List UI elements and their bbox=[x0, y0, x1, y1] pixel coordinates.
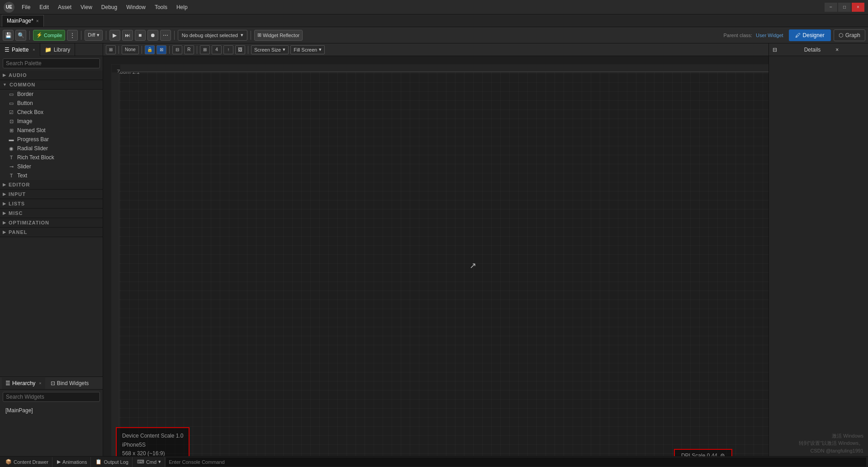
palette-group-lists: ▶ LISTS bbox=[0, 199, 103, 209]
main-area: ☰ Palette × 📁 Library ▶ AUDIO bbox=[0, 43, 868, 467]
console-input[interactable] bbox=[166, 457, 866, 467]
palette-group-common-header[interactable]: ▼ COMMON bbox=[0, 80, 103, 90]
r-btn[interactable]: R bbox=[184, 45, 194, 54]
close-button[interactable]: × bbox=[852, 3, 864, 12]
maximize-button[interactable]: □ bbox=[838, 3, 851, 12]
reflector-icon: ⊞ bbox=[257, 32, 261, 38]
image-btn[interactable]: 🖼 bbox=[235, 45, 245, 54]
progress-bar-icon: ▬ bbox=[8, 136, 14, 143]
tab-label: MainPage* bbox=[7, 18, 33, 24]
none-btn[interactable]: None bbox=[122, 45, 139, 54]
hierarchy-area: ☰ Hierarchy × ⊡ Bind Widgets [MainPage] bbox=[0, 376, 103, 467]
browse-icon-button[interactable]: 🔍 bbox=[15, 30, 26, 41]
palette-group-panel-header[interactable]: ▶ PANEL bbox=[0, 228, 103, 237]
menu-view[interactable]: View bbox=[77, 3, 96, 11]
palette-tab[interactable]: ☰ Palette × bbox=[0, 43, 40, 56]
tab-close-icon[interactable]: × bbox=[36, 19, 39, 24]
menu-help[interactable]: Help bbox=[173, 3, 191, 11]
grid-icon-btn[interactable]: ⊞ bbox=[106, 45, 116, 54]
graph-label: Graph bbox=[845, 32, 860, 38]
step-button[interactable]: ⏭ bbox=[122, 30, 133, 41]
canvas-sep-1 bbox=[119, 46, 119, 54]
palette-item-progress-bar[interactable]: ▬ Progress Bar bbox=[0, 135, 103, 144]
debug-dropdown[interactable]: No debug object selected ▾ bbox=[178, 30, 247, 41]
parent-class-link[interactable]: User Widget bbox=[756, 33, 783, 38]
layout-btn[interactable]: ⊟ bbox=[172, 45, 182, 54]
palette-item-radial-slider[interactable]: ◉ Radial Slider bbox=[0, 144, 103, 153]
radial-slider-label: Radial Slider bbox=[17, 145, 48, 152]
palette-item-border[interactable]: ▭ Border bbox=[0, 90, 103, 99]
aspect-btn[interactable]: ⊠ bbox=[157, 45, 166, 54]
device-scale-label: Device Content Scale 1.0 bbox=[122, 432, 183, 440]
palette-tab-close[interactable]: × bbox=[33, 48, 35, 52]
menu-debug[interactable]: Debug bbox=[98, 3, 121, 11]
diff-button[interactable]: Diff ▾ bbox=[85, 30, 102, 41]
ruler-horizontal bbox=[120, 64, 768, 72]
checkbox-icon: ☑ bbox=[8, 109, 14, 115]
input-group-label: INPUT bbox=[9, 191, 26, 197]
content-drawer-button[interactable]: 📦 Content Drawer bbox=[2, 457, 52, 467]
palette-item-text[interactable]: T Text bbox=[0, 171, 103, 180]
hierarchy-tab-close[interactable]: × bbox=[39, 381, 41, 386]
canvas-area[interactable]: Zoom 1:1 ↗ Device Content Scale 1.0 iPho… bbox=[103, 56, 768, 467]
up-btn[interactable]: ↑ bbox=[223, 45, 233, 54]
canvas-sep-5 bbox=[248, 46, 248, 54]
library-tab[interactable]: 📁 Library bbox=[40, 43, 76, 56]
minimize-button[interactable]: − bbox=[825, 3, 837, 12]
details-content bbox=[769, 56, 868, 63]
stop-button[interactable]: ■ bbox=[135, 30, 146, 41]
progress-bar-label: Progress Bar bbox=[17, 136, 49, 143]
fill-screen-dropdown[interactable]: Fill Screen ▾ bbox=[290, 45, 325, 54]
palette-group-lists-header[interactable]: ▶ LISTS bbox=[0, 199, 103, 209]
compile-button[interactable]: ⚡ Compile bbox=[33, 30, 65, 41]
widget-reflector-button[interactable]: ⊞ Widget Reflector bbox=[254, 30, 303, 41]
optimization-group-label: OPTIMIZATION bbox=[9, 220, 49, 225]
details-close-icon[interactable]: × bbox=[835, 47, 864, 53]
main-tab[interactable]: MainPage* × bbox=[2, 15, 44, 27]
cmd-button[interactable]: ⌨ Cmd ▾ bbox=[133, 457, 165, 467]
hierarchy-item-mainpage[interactable]: [MainPage] bbox=[4, 406, 99, 415]
screen-size-dropdown[interactable]: Screen Size ▾ bbox=[251, 45, 289, 54]
menu-file[interactable]: File bbox=[18, 3, 34, 11]
palette-group-input-header[interactable]: ▶ INPUT bbox=[0, 190, 103, 199]
record-button[interactable]: ⏺ bbox=[147, 30, 158, 41]
save-icon-button[interactable]: 💾 bbox=[3, 30, 14, 41]
palette-item-named-slot[interactable]: ⊞ Named Slot bbox=[0, 126, 103, 135]
more-button[interactable]: ⋯ bbox=[160, 30, 171, 41]
search-widgets-input[interactable] bbox=[3, 392, 100, 402]
palette-item-button[interactable]: ▭ Button bbox=[0, 99, 103, 108]
radial-slider-icon: ◉ bbox=[8, 145, 14, 152]
play-button[interactable]: ▶ bbox=[109, 30, 120, 41]
menu-window[interactable]: Window bbox=[123, 3, 149, 11]
palette-group-misc-header[interactable]: ▶ MISC bbox=[0, 209, 103, 218]
output-log-button[interactable]: 📋 Output Log bbox=[92, 457, 132, 467]
palette-group-audio-header[interactable]: ▶ AUDIO bbox=[0, 71, 103, 80]
hierarchy-tab[interactable]: ☰ Hierarchy × bbox=[2, 377, 45, 389]
palette-item-rich-text[interactable]: T Rich Text Block bbox=[0, 153, 103, 162]
designer-icon: 🖊 bbox=[795, 32, 801, 38]
menu-edit[interactable]: Edit bbox=[36, 3, 52, 11]
misc-group-label: MISC bbox=[9, 210, 23, 216]
menu-asset[interactable]: Asset bbox=[54, 3, 75, 11]
panel-group-label: PANEL bbox=[9, 229, 27, 235]
animations-button[interactable]: ▶ Animations bbox=[53, 457, 91, 467]
designer-button[interactable]: 🖊 Designer bbox=[789, 29, 831, 41]
palette-item-image[interactable]: ⊡ Image bbox=[0, 117, 103, 126]
bind-widgets-tab[interactable]: ⊡ Bind Widgets bbox=[47, 377, 93, 389]
compile-options-icon[interactable]: ⋮ bbox=[67, 30, 78, 41]
grid-toggle-btn[interactable]: ⊞ bbox=[200, 45, 210, 54]
cmd-arrow: ▾ bbox=[158, 459, 161, 465]
lock-btn[interactable]: 🔒 bbox=[145, 45, 155, 54]
menu-tools[interactable]: Tools bbox=[151, 3, 171, 11]
palette-group-optimization-header[interactable]: ▶ OPTIMIZATION bbox=[0, 218, 103, 228]
palette-item-slider[interactable]: ⊸ Slider bbox=[0, 162, 103, 171]
num4-btn[interactable]: 4 bbox=[212, 45, 222, 54]
palette-group-editor-header[interactable]: ▶ EDITOR bbox=[0, 180, 103, 190]
graph-button[interactable]: ⬡ Graph bbox=[834, 29, 865, 41]
palette-item-checkbox[interactable]: ☑ Check Box bbox=[0, 108, 103, 117]
hierarchy-tab-label: Hierarchy bbox=[12, 380, 35, 386]
search-palette-input[interactable] bbox=[3, 58, 100, 68]
designer-label: Designer bbox=[803, 32, 825, 38]
tab-bar: MainPage* × bbox=[0, 14, 868, 27]
ruler-vertical bbox=[111, 72, 119, 467]
